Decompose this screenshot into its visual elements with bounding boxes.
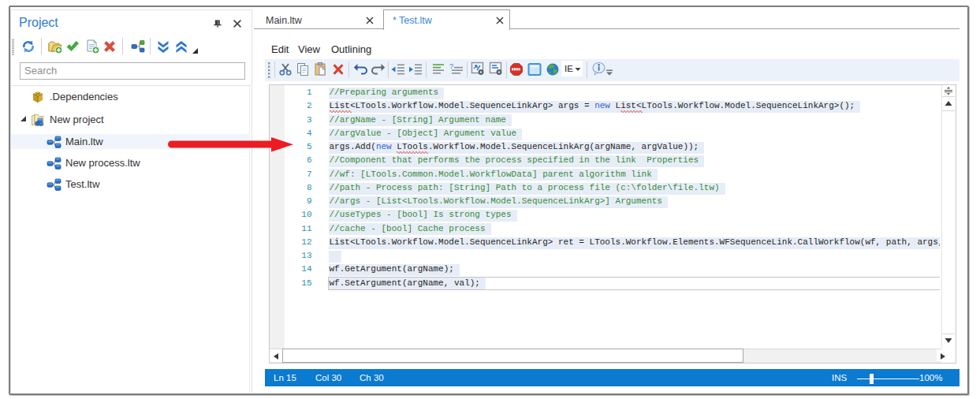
svg-text:?: ?	[449, 62, 453, 70]
